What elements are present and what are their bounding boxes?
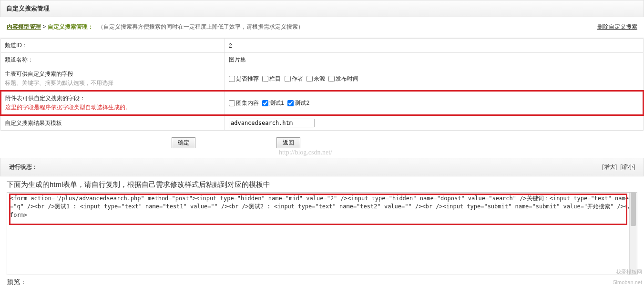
attach-field-option[interactable]: 图集内容 xyxy=(229,100,259,106)
main-field-option[interactable]: 来源 xyxy=(307,75,325,82)
breadcrumb-desc: （自定义搜索再方便搜索的同时在一定程度上降低了效率，请根据需求定义搜索） xyxy=(98,23,304,30)
attach-fields-label: 附件表可供自定义搜索的字段： xyxy=(5,94,221,102)
main-field-option[interactable]: 是否推荐 xyxy=(229,75,259,82)
result-section: 下面为生成的html表单，请自行复制，根据自己需求修改样式后粘贴到对应的模板中 … xyxy=(0,176,644,287)
result-title: 下面为生成的html表单，请自行复制，根据自己需求修改样式后粘贴到对应的模板中 xyxy=(7,180,637,189)
channel-name-label: 频道名称： xyxy=(1,53,225,67)
form-table: 频道ID： 2 频道名称： 图片集 主表可供自定义搜索的字段 标题、关键字、摘要… xyxy=(0,38,644,131)
footer-domain: 5imoban.net xyxy=(613,279,642,285)
breadcrumb-current: 自定义搜索管理： xyxy=(48,23,93,30)
main-fields-label: 主表可供自定义搜索的字段 xyxy=(5,70,221,78)
main-fields-label-cell: 主表可供自定义搜索的字段 标题、关键字、摘要为默认选项，不用选择 xyxy=(1,67,225,91)
main-fields-options: 是否推荐 栏目 作者 来源 发布时间 xyxy=(225,67,644,91)
attach-field-option[interactable]: 测试2 xyxy=(287,100,309,106)
attach-field-option[interactable]: 测试1 xyxy=(262,100,284,106)
breadcrumb: 内容模型管理 > 自定义搜索管理： （自定义搜索再方便搜索的同时在一定程度上降低… xyxy=(7,23,304,31)
channel-id-label: 频道ID： xyxy=(1,39,225,53)
template-label: 自定义搜索结果页模板 xyxy=(1,115,225,131)
footer-credit: 我爱模板网 xyxy=(616,268,642,276)
main-field-checkbox[interactable] xyxy=(262,76,268,82)
breadcrumb-sep: > xyxy=(42,23,46,30)
main-field-option[interactable]: 作者 xyxy=(285,75,303,82)
page-title: 自定义搜索管理 xyxy=(0,0,644,17)
scrollbar[interactable] xyxy=(629,193,637,275)
channel-name-value: 图片集 xyxy=(225,53,644,67)
attach-field-checkbox[interactable] xyxy=(262,100,268,106)
preview-label: 预览： xyxy=(7,278,637,287)
main-field-option[interactable]: 栏目 xyxy=(262,75,281,82)
main-field-checkbox[interactable] xyxy=(285,76,291,82)
breadcrumb-bar: 内容模型管理 > 自定义搜索管理： （自定义搜索再方便搜索的同时在一定程度上降低… xyxy=(0,17,644,38)
generated-code-box[interactable]: <form action="/plus/advancedsearch.php" … xyxy=(7,192,637,275)
ok-button[interactable]: 确定 xyxy=(172,137,195,148)
generated-code-text: <form action="/plus/advancedsearch.php" … xyxy=(7,193,637,221)
progress-bar: 进行状态： [增大] [缩小] xyxy=(0,158,644,176)
delete-custom-search-link[interactable]: 删除自定义搜索 xyxy=(597,23,637,31)
template-input[interactable] xyxy=(229,119,315,127)
breadcrumb-root-link[interactable]: 内容模型管理 xyxy=(7,23,41,30)
main-field-checkbox[interactable] xyxy=(328,76,335,82)
shrink-link[interactable]: [缩小] xyxy=(620,164,635,170)
button-row: 确定 返回 xyxy=(0,131,644,158)
main-fields-sub: 标题、关键字、摘要为默认选项，不用选择 xyxy=(5,79,221,87)
channel-id-value: 2 xyxy=(225,39,644,53)
main-field-checkbox[interactable] xyxy=(229,76,235,82)
template-cell xyxy=(225,115,644,131)
scrollbar-thumb[interactable] xyxy=(631,193,636,226)
main-field-option[interactable]: 发布时间 xyxy=(328,75,358,82)
back-button[interactable]: 返回 xyxy=(276,137,300,148)
attach-field-checkbox[interactable] xyxy=(287,100,294,106)
main-field-checkbox[interactable] xyxy=(307,76,313,82)
attach-fields-options: 图集内容 测试1 测试2 xyxy=(225,91,644,115)
enlarge-link[interactable]: [增大] xyxy=(602,164,617,170)
attach-fields-label-cell: 附件表可供自定义搜索的字段： 这里的字段是程序依据字段类型自动选择生成的。 xyxy=(1,91,225,115)
progress-label: 进行状态： xyxy=(9,163,38,171)
attach-field-checkbox[interactable] xyxy=(229,100,235,106)
attach-fields-sub: 这里的字段是程序依据字段类型自动选择生成的。 xyxy=(5,103,221,112)
